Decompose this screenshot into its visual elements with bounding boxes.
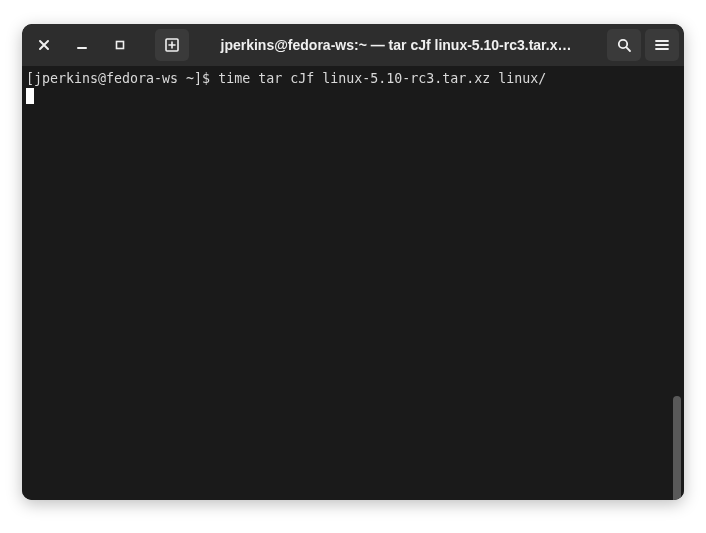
prompt: [jperkins@fedora-ws ~]$ [26, 71, 218, 86]
cursor [26, 88, 34, 104]
maximize-icon [114, 39, 126, 51]
titlebar: jperkins@fedora-ws:~ — tar cJf linux-5.1… [22, 24, 684, 66]
close-button[interactable] [27, 29, 61, 61]
new-tab-button[interactable] [155, 29, 189, 61]
minimize-button[interactable] [65, 29, 99, 61]
prompt-line: [jperkins@fedora-ws ~]$ time tar cJf lin… [26, 70, 680, 88]
svg-rect-0 [117, 42, 124, 49]
hamburger-icon [654, 37, 670, 53]
terminal-content[interactable]: [jperkins@fedora-ws ~]$ time tar cJf lin… [22, 66, 684, 500]
terminal-window: jperkins@fedora-ws:~ — tar cJf linux-5.1… [22, 24, 684, 500]
maximize-button[interactable] [103, 29, 137, 61]
close-icon [38, 39, 50, 51]
new-tab-icon [164, 37, 180, 53]
window-title: jperkins@fedora-ws:~ — tar cJf linux-5.1… [193, 37, 603, 53]
menu-button[interactable] [645, 29, 679, 61]
command: time tar cJf linux-5.10-rc3.tar.xz linux… [218, 71, 546, 86]
search-icon [616, 37, 632, 53]
minimize-icon [76, 39, 88, 51]
scrollbar[interactable] [673, 396, 681, 500]
search-button[interactable] [607, 29, 641, 61]
